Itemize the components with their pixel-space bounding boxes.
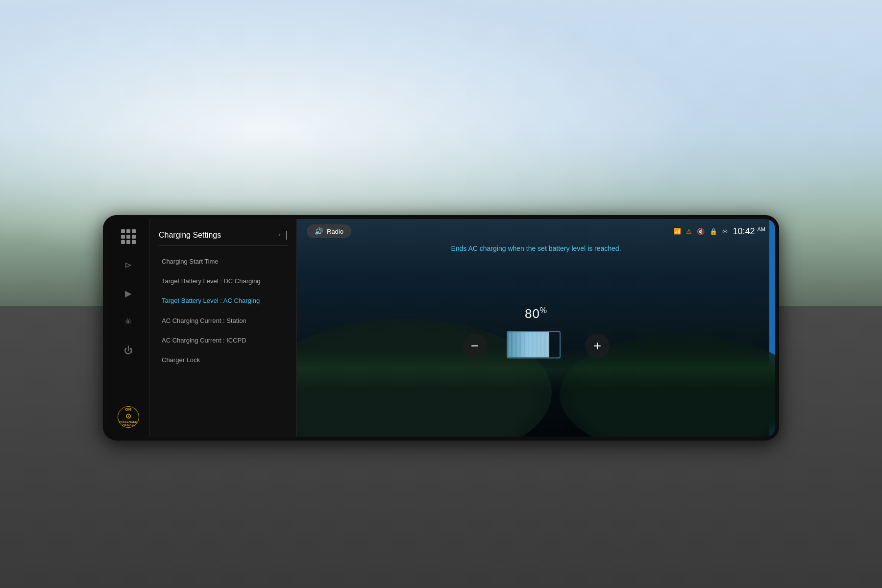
screen-bezel: ⊳ ▶ ✳ ⏻ ON ⊙ PASSENGERAIRBAG [103, 215, 779, 441]
menu-item-charging-start-time[interactable]: Charging Start Time [159, 252, 288, 271]
battery-tip [560, 340, 561, 350]
menu-header: Charging Settings ←| [159, 230, 288, 245]
power-icon[interactable]: ⏻ [120, 342, 137, 359]
battery-icon [507, 331, 565, 361]
speaker-status-icon: 🔇 [697, 228, 705, 235]
signal-icon: 📶 [674, 228, 681, 235]
speaker-icon: 🔊 [315, 227, 323, 235]
menu-item-target-ac[interactable]: Target Battery Level : AC Charging [159, 292, 288, 310]
battery-display: 80% − [463, 306, 610, 361]
menu-item-ac-current-iccpd[interactable]: AC Charging Current : ICCPD [159, 331, 288, 350]
description-text: Ends AC charging when the set battery le… [297, 245, 775, 252]
menu-item-ac-current-station[interactable]: AC Charging Current : Station [159, 312, 288, 330]
message-icon: ✉ [722, 228, 728, 235]
airbag-icon-symbol: ⊙ [125, 412, 131, 420]
menu-items-list: Charging Start Time Target Battery Level… [159, 252, 288, 369]
decrease-battery-button[interactable]: − [463, 334, 487, 358]
main-content-area: 🔊 Radio 📶 ⚠ 🔇 🔒 ✉ 10:42 AM Ends [297, 219, 775, 437]
climate-icon[interactable]: ✳ [120, 313, 137, 331]
menu-item-target-dc[interactable]: Target Battery Level : DC Charging [159, 272, 288, 291]
menu-title: Charging Settings [159, 231, 221, 240]
screen: ⊳ ▶ ✳ ⏻ ON ⊙ PASSENGERAIRBAG [107, 219, 775, 437]
navigation-icon[interactable]: ⊳ [120, 256, 137, 274]
battery-fill [508, 332, 549, 358]
radio-button[interactable]: 🔊 Radio [307, 224, 351, 238]
airbag-on-label: ON [125, 407, 131, 412]
increase-battery-button[interactable]: + [585, 334, 610, 358]
airbag-badge: ON ⊙ PASSENGERAIRBAG [118, 406, 139, 428]
airbag-text: PASSENGERAIRBAG [119, 420, 137, 427]
sidebar: ⊳ ▶ ✳ ⏻ ON ⊙ PASSENGERAIRBAG [107, 219, 150, 437]
media-icon[interactable]: ▶ [120, 285, 137, 302]
clock-period: AM [758, 226, 766, 232]
apps-icon[interactable] [120, 228, 137, 245]
warning-icon: ⚠ [686, 228, 692, 235]
battery-body [507, 331, 561, 359]
battery-controls-row: − [463, 331, 610, 361]
back-button[interactable]: ←| [276, 230, 288, 240]
battery-percentage-display: 80% [525, 306, 547, 321]
lock-icon: 🔒 [710, 228, 717, 235]
status-bar: 📶 ⚠ 🔇 🔒 ✉ 10:42 AM [674, 226, 765, 237]
top-bar: 🔊 Radio 📶 ⚠ 🔇 🔒 ✉ 10:42 AM [297, 219, 775, 244]
menu-item-charger-lock[interactable]: Charger Lock [159, 351, 288, 369]
clock-display: 10:42 AM [733, 226, 765, 237]
battery-lines [508, 332, 549, 358]
menu-panel: Charging Settings ←| Charging Start Time… [150, 219, 297, 437]
radio-label: Radio [327, 228, 343, 235]
